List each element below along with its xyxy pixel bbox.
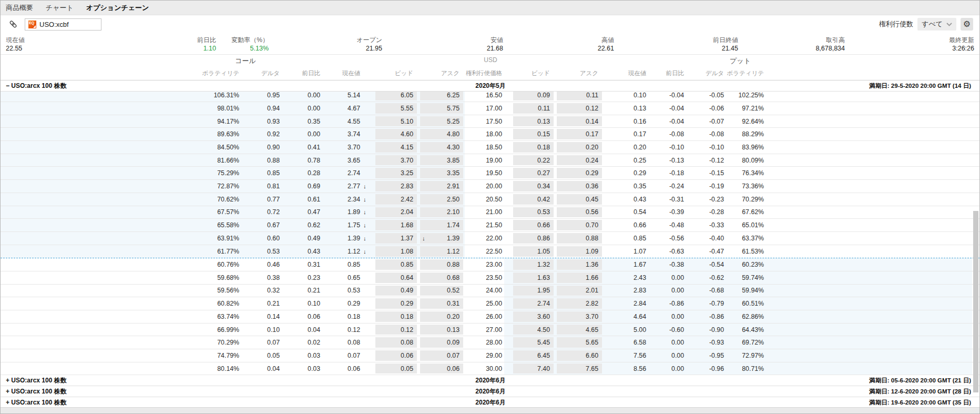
put-ask-cell[interactable]: 0.29 (557, 168, 602, 178)
put-bid-cell[interactable]: 0.86 (513, 233, 554, 244)
call-bid-cell[interactable]: 5.55 (375, 103, 417, 114)
call-ask-cell[interactable]: 1.12 (420, 246, 463, 257)
call-ask-cell[interactable]: 3.85 (420, 155, 463, 166)
put-bid-cell[interactable]: 5.45 (513, 337, 554, 348)
put-bid-cell[interactable]: 4.50 (513, 325, 554, 335)
call-ask-cell[interactable]: 1.74 (420, 220, 463, 230)
call-ask-cell[interactable]: 0.07 (420, 350, 463, 361)
put-ask-cell[interactable]: 0.36 (557, 181, 602, 191)
call-bid-cell[interactable]: 5.10 (375, 116, 417, 127)
put-ask-cell[interactable]: 1.36 (557, 259, 602, 270)
put-bid-cell[interactable]: 0.66 (513, 220, 554, 230)
put-ask-cell[interactable]: 1.09 (557, 246, 602, 257)
tab-option-chain[interactable]: オプションチェーン (86, 3, 149, 13)
call-ask-cell[interactable]: 0.31 (420, 298, 463, 309)
put-ask-cell[interactable]: 3.70 (557, 311, 602, 322)
call-ask-cell[interactable]: 3.35 (420, 168, 463, 178)
instrument-selector[interactable]: EQ USO:xcbf (25, 18, 101, 31)
put-ask-cell[interactable]: 2.01 (557, 286, 602, 296)
put-bid-cell[interactable]: 0.42 (513, 194, 554, 205)
put-bid-cell[interactable]: 0.53 (513, 207, 554, 218)
call-bid-cell[interactable]: 3.25 (375, 168, 417, 178)
call-ask-cell[interactable]: ↓1.39 (420, 233, 463, 244)
call-bid-cell[interactable]: 2.83 (375, 181, 417, 191)
put-bid-cell[interactable]: 6.45 (513, 350, 554, 361)
put-ask-cell[interactable]: 7.65 (557, 363, 602, 374)
put-ask-cell[interactable]: 0.45 (557, 194, 602, 205)
expiry-group-row-expanded[interactable]: − USO:arcx 100 株数 2020年5月 満期日: 29-5-2020… (1, 80, 979, 92)
put-bid-cell[interactable]: 0.34 (513, 181, 554, 191)
call-bid-cell[interactable]: 3.70 (375, 155, 417, 166)
call-ask-cell[interactable]: 0.20 (420, 311, 463, 322)
put-ask-cell[interactable]: 0.24 (557, 155, 602, 166)
put-ask-cell[interactable]: 4.65 (557, 325, 602, 335)
call-bid-cell[interactable]: 0.85 (375, 259, 417, 270)
call-ask-cell[interactable]: 0.52 (420, 286, 463, 296)
call-bid-cell[interactable]: 4.60 (375, 129, 417, 139)
put-ask-cell[interactable]: 0.88 (557, 233, 602, 244)
put-bid-cell[interactable]: 0.22 (513, 155, 554, 166)
tab-chart[interactable]: チャート (46, 3, 74, 13)
put-ask-cell[interactable]: 0.56 (557, 207, 602, 218)
put-bid-cell[interactable]: 0.27 (513, 168, 554, 178)
call-ask-cell[interactable]: 5.25 (420, 116, 463, 127)
put-bid-cell[interactable]: 2.74 (513, 298, 554, 309)
call-bid-cell[interactable]: 4.15 (375, 142, 417, 153)
call-ask-cell[interactable]: 6.25 (420, 92, 463, 100)
put-ask-cell[interactable]: 2.82 (557, 298, 602, 309)
call-bid-cell[interactable]: 2.04 (375, 207, 417, 218)
put-ask-cell[interactable]: 0.11 (557, 92, 602, 100)
call-bid-cell[interactable]: 1.08 (375, 246, 417, 257)
call-bid-cell[interactable]: 0.29 (375, 298, 417, 309)
strike-count-dropdown[interactable]: すべて (917, 18, 956, 31)
put-bid-cell[interactable]: 0.11 (513, 103, 554, 114)
vertical-scrollbar-thumb[interactable] (973, 211, 978, 392)
call-ask-cell[interactable]: 5.75 (420, 103, 463, 114)
call-ask-cell[interactable]: 0.13 (420, 325, 463, 335)
call-bid-cell[interactable]: 1.37 (375, 233, 417, 244)
expiry-group-row-collapsed[interactable]: + USO:arcx 100 株数2020年6月満期日: 12-6-2020 2… (1, 386, 979, 397)
call-ask-cell[interactable]: 0.88 (420, 259, 463, 270)
put-bid-cell[interactable]: 0.13 (513, 116, 554, 127)
put-ask-cell[interactable]: 1.66 (557, 272, 602, 283)
put-bid-cell[interactable]: 1.05 (513, 246, 554, 257)
put-bid-cell[interactable]: 1.32 (513, 259, 554, 270)
call-bid-cell[interactable]: 2.42 (375, 194, 417, 205)
put-bid-cell[interactable]: 3.60 (513, 311, 554, 322)
call-ask-cell[interactable]: 0.68 (420, 272, 463, 283)
call-ask-cell[interactable]: 2.50 (420, 194, 463, 205)
expiry-group-row-collapsed[interactable]: + USO:arcx 100 株数2020年6月満期日: 05-6-2020 2… (1, 375, 979, 386)
put-bid-cell[interactable]: 0.09 (513, 92, 554, 100)
call-bid-cell[interactable]: 0.06 (375, 350, 417, 361)
settings-button[interactable]: ⚙ (961, 18, 973, 31)
call-bid-cell[interactable]: 0.05 (375, 363, 417, 374)
call-bid-cell[interactable]: 0.64 (375, 272, 417, 283)
call-bid-cell[interactable]: 0.12 (375, 325, 417, 335)
put-ask-cell[interactable]: 0.20 (557, 142, 602, 153)
call-bid-cell[interactable]: 6.05 (375, 92, 417, 100)
call-ask-cell[interactable]: 2.10 (420, 207, 463, 218)
put-bid-cell[interactable]: 0.18 (513, 142, 554, 153)
put-ask-cell[interactable]: 0.17 (557, 129, 602, 139)
put-ask-cell[interactable]: 0.70 (557, 220, 602, 230)
row-filler (766, 206, 979, 219)
put-ask-cell[interactable]: 0.14 (557, 116, 602, 127)
put-bid-cell[interactable]: 0.15 (513, 129, 554, 139)
call-bid-cell[interactable]: 0.49 (375, 286, 417, 296)
call-bid-cell[interactable]: 0.08 (375, 337, 417, 348)
call-ask-cell[interactable]: 4.30 (420, 142, 463, 153)
call-bid-cell[interactable]: 1.68 (375, 220, 417, 230)
put-ask-cell[interactable]: 6.60 (557, 350, 602, 361)
call-ask-cell[interactable]: 0.09 (420, 337, 463, 348)
call-ask-cell[interactable]: 0.06 (420, 363, 463, 374)
put-bid-cell[interactable]: 1.95 (513, 286, 554, 296)
call-ask-cell[interactable]: 4.80 (420, 129, 463, 139)
put-ask-cell[interactable]: 0.12 (557, 103, 602, 114)
tab-overview[interactable]: 商品概要 (6, 3, 33, 13)
call-bid-cell[interactable]: 0.18 (375, 311, 417, 322)
put-ask-cell[interactable]: 5.65 (557, 337, 602, 348)
link-button[interactable] (7, 18, 19, 31)
put-bid-cell[interactable]: 1.63 (513, 272, 554, 283)
put-bid-cell[interactable]: 7.40 (513, 363, 554, 374)
call-ask-cell[interactable]: 2.91 (420, 181, 463, 191)
